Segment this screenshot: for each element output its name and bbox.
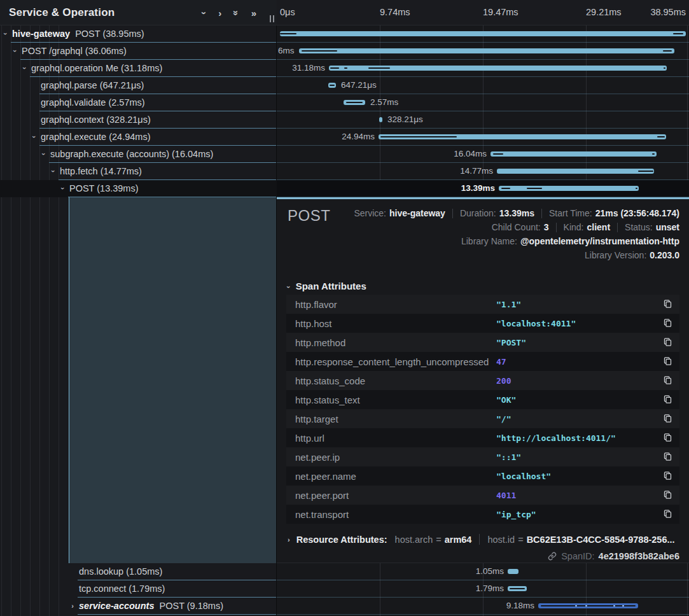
- copy-icon[interactable]: [663, 471, 673, 481]
- copy-icon[interactable]: [663, 299, 673, 309]
- copy-icon[interactable]: [663, 490, 673, 500]
- attribute-value: 200: [496, 376, 511, 386]
- span-name-label: graphql.context (328.21μs): [41, 115, 151, 125]
- span-name-label: service-accounts POST (9.18ms): [79, 601, 223, 611]
- span-name-label: hive-gateway POST (38.95ms): [12, 29, 144, 39]
- span-attributes-title: Span Attributes: [296, 281, 366, 291]
- span-tree-row[interactable]: graphql.validate (2.57ms): [0, 94, 277, 111]
- span-tree-row[interactable]: dns.lookup (1.05ms): [0, 563, 277, 580]
- span-id-value: 4e21998f3b82abe6: [599, 551, 679, 561]
- span-bar[interactable]: [344, 100, 365, 105]
- meta-value: 21ms (23:56:48.174): [595, 208, 679, 218]
- expand-all-icon[interactable]: »: [251, 8, 256, 18]
- span-tree-row[interactable]: graphql.parse (647.21μs): [0, 77, 277, 94]
- attributes-table: http.flavor"1.1"http.host"localhost:4011…: [286, 295, 679, 524]
- span-tree-row[interactable]: ›POST /graphql (36.06ms): [0, 43, 277, 60]
- span-meta: Service:hive-gatewayDuration:13.39msStar…: [354, 206, 679, 262]
- copy-icon[interactable]: [663, 452, 673, 462]
- span-bar[interactable]: [280, 31, 686, 36]
- copy-icon[interactable]: [663, 337, 673, 347]
- span-bar[interactable]: [538, 603, 638, 608]
- span-bar[interactable]: [328, 83, 336, 88]
- chevron-down-icon[interactable]: ›: [50, 167, 57, 176]
- attribute-row: http.response_content_length_uncompresse…: [286, 352, 679, 371]
- attribute-key: http.url: [295, 433, 324, 444]
- attribute-key: net.peer.ip: [295, 452, 340, 463]
- timeline-row[interactable]: 14.77ms: [277, 163, 689, 180]
- timeline-row[interactable]: 9.18ms: [277, 598, 689, 615]
- copy-icon[interactable]: [663, 414, 673, 424]
- equals-sign: =: [518, 535, 523, 545]
- span-tree-row[interactable]: ›hive-gateway POST (38.95ms): [0, 25, 277, 43]
- span-attributes-toggle[interactable]: ›Span Attributes: [288, 281, 366, 291]
- copy-icon[interactable]: [663, 433, 673, 443]
- span-tree-row[interactable]: tcp.connect (1.79ms): [0, 580, 277, 598]
- timeline-row[interactable]: 328.21μs: [277, 111, 689, 129]
- span-bar[interactable]: [379, 134, 666, 139]
- collapse-all-icon[interactable]: »: [232, 10, 241, 15]
- attribute-row: http.flavor"1.1": [286, 295, 679, 314]
- attribute-key: http.method: [295, 337, 345, 348]
- timeline-row[interactable]: 6ms: [277, 43, 689, 60]
- attribute-value: "::1": [496, 452, 521, 462]
- resource-attributes-toggle[interactable]: › Resource Attributes: host.arch=arm64ho…: [288, 534, 675, 545]
- span-duration-label: 31.18ms: [292, 63, 325, 73]
- span-bar[interactable]: [299, 48, 674, 53]
- attribute-value: 4011: [496, 491, 516, 500]
- chevron-down-icon[interactable]: ›: [59, 184, 67, 193]
- span-bar[interactable]: [508, 569, 518, 574]
- timeline-row[interactable]: 24.94ms: [277, 129, 689, 146]
- span-tree-row[interactable]: ›http.fetch (14.77ms): [0, 163, 277, 180]
- attribute-row: http.method"POST": [286, 333, 679, 352]
- span-tree-row[interactable]: ›service-accounts POST (9.18ms): [0, 598, 277, 615]
- span-duration-label: 13.39ms: [461, 183, 495, 193]
- span-tree-row[interactable]: ›graphql.operation Me (31.18ms): [0, 60, 277, 77]
- copy-icon[interactable]: [663, 509, 673, 519]
- resource-attributes-title: Resource Attributes:: [296, 535, 387, 545]
- chevron-down-icon[interactable]: ›: [2, 29, 10, 38]
- tree-panel-header: Service & Operation › › » »: [0, 0, 277, 25]
- timeline-row[interactable]: 647.21μs: [277, 77, 689, 94]
- span-tree-row[interactable]: ›POST (13.39ms): [0, 180, 277, 197]
- timeline-row[interactable]: 2.57ms: [277, 94, 689, 111]
- chevron-down-icon[interactable]: ›: [21, 64, 29, 73]
- attribute-key: net.transport: [295, 509, 349, 520]
- timeline-row[interactable]: 13.39ms: [277, 180, 689, 197]
- span-name-label: graphql.execute (24.94ms): [41, 132, 151, 142]
- span-bar[interactable]: [508, 586, 527, 591]
- copy-icon[interactable]: [663, 395, 673, 405]
- chevron-down-icon[interactable]: ›: [40, 150, 48, 158]
- copy-icon[interactable]: [663, 318, 673, 328]
- span-bar[interactable]: [499, 186, 639, 191]
- expand-one-icon[interactable]: ›: [218, 8, 221, 18]
- span-name-label: tcp.connect (1.79ms): [79, 584, 165, 594]
- timeline-row[interactable]: 31.18ms: [277, 60, 689, 77]
- span-tree-row[interactable]: graphql.context (328.21μs): [0, 111, 277, 129]
- timeline-row[interactable]: [277, 25, 689, 43]
- span-bar[interactable]: [379, 117, 382, 122]
- span-bar[interactable]: [491, 151, 657, 157]
- attribute-value: 47: [496, 357, 506, 367]
- timeline-row[interactable]: 1.05ms: [277, 563, 689, 580]
- copy-icon[interactable]: [663, 375, 673, 386]
- span-tree-row[interactable]: ›graphql.execute (24.94ms): [0, 129, 277, 146]
- chevron-right-icon[interactable]: ›: [68, 602, 77, 610]
- panel-title: Service & Operation: [0, 6, 115, 19]
- copy-icon[interactable]: [663, 356, 673, 367]
- attribute-value: "POST": [496, 338, 526, 347]
- collapse-one-icon[interactable]: ›: [200, 11, 209, 15]
- panel-resize-handle[interactable]: [270, 15, 274, 22]
- timeline-row[interactable]: 16.04ms: [277, 146, 689, 163]
- timeline-row[interactable]: 1.79ms: [277, 580, 689, 598]
- chevron-down-icon[interactable]: ›: [11, 46, 19, 55]
- span-tree-row[interactable]: ›subgraph.execute (accounts) (16.04ms): [0, 146, 277, 163]
- attribute-value: "/": [496, 414, 511, 424]
- span-name-label: POST /graphql (36.06ms): [22, 46, 127, 56]
- span-bar[interactable]: [329, 66, 667, 71]
- meta-value: 3: [544, 222, 549, 232]
- span-bar[interactable]: [497, 169, 654, 174]
- meta-label: Service:: [354, 208, 386, 218]
- chevron-down-icon[interactable]: ›: [31, 132, 38, 141]
- span-duration-label: 16.04ms: [454, 149, 487, 158]
- span-id-label: SpanID:: [561, 551, 594, 561]
